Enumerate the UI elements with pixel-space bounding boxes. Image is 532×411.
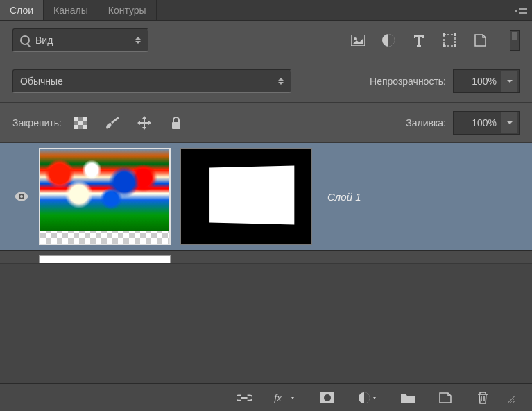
layer-effects-icon[interactable]: fx	[274, 390, 298, 405]
fill-label: Заливка:	[406, 117, 446, 128]
adjustment-layer-icon[interactable]	[357, 390, 378, 405]
layer-row[interactable]: Слой 1	[0, 143, 532, 251]
filter-icons	[350, 33, 488, 48]
opacity-value: 100%	[461, 76, 497, 87]
filter-adjustment-icon[interactable]	[381, 33, 396, 48]
layer-name[interactable]: Слой 1	[327, 191, 361, 203]
filter-shape-icon[interactable]	[442, 33, 457, 48]
add-mask-icon[interactable]	[320, 390, 335, 405]
svg-rect-6	[443, 44, 445, 47]
blend-mode-value: Обычные	[20, 76, 63, 87]
lock-position-icon[interactable]	[137, 115, 152, 131]
search-icon	[20, 35, 30, 45]
lock-transparency-icon[interactable]	[73, 115, 88, 131]
lock-paint-icon[interactable]	[105, 115, 120, 131]
svg-rect-13	[83, 125, 87, 129]
svg-rect-14	[172, 122, 180, 129]
tab-paths[interactable]: Контуры	[98, 0, 157, 20]
layer-thumbnail[interactable]	[39, 148, 171, 245]
bottom-toolbar: fx	[0, 383, 532, 411]
fill-field[interactable]: 100%	[453, 111, 520, 135]
blend-mode-dropdown[interactable]: Обычные	[12, 69, 291, 93]
svg-point-22	[324, 394, 331, 401]
layer-mask-thumbnail[interactable]	[180, 148, 312, 245]
resize-grip[interactable]	[506, 393, 515, 403]
svg-rect-3	[444, 35, 455, 46]
fill-value: 100%	[461, 117, 497, 128]
panel-tabs: Слои Каналы Контуры	[0, 0, 532, 21]
link-layers-icon[interactable]	[237, 390, 252, 405]
filter-row: Вид	[0, 21, 532, 60]
filter-pixel-icon[interactable]	[350, 33, 366, 48]
svg-point-16	[20, 195, 23, 198]
svg-rect-12	[74, 125, 78, 129]
tab-channels[interactable]: Каналы	[44, 0, 98, 20]
lock-row: Закрепить: Заливка: 100%	[0, 103, 532, 143]
filter-type-icon[interactable]	[411, 33, 427, 48]
svg-text:fx: fx	[274, 392, 282, 403]
filter-smartobject-icon[interactable]	[472, 33, 488, 48]
svg-rect-7	[454, 44, 456, 47]
svg-rect-9	[74, 117, 78, 121]
new-group-icon[interactable]	[400, 390, 415, 405]
lock-all-icon[interactable]	[169, 115, 184, 131]
delete-layer-icon[interactable]	[475, 390, 490, 405]
layer-row[interactable]: Фон	[0, 251, 532, 263]
new-layer-icon[interactable]	[438, 390, 453, 405]
svg-rect-4	[443, 33, 445, 36]
layers-panel: Слои Каналы Контуры Вид	[0, 0, 532, 411]
lock-label: Закрепить:	[12, 117, 62, 128]
filter-kind-dropdown[interactable]: Вид	[12, 28, 148, 52]
panel-menu-button[interactable]	[511, 0, 532, 20]
tab-layers[interactable]: Слои	[0, 0, 44, 20]
visibility-toggle[interactable]	[4, 192, 39, 201]
opacity-label: Непрозрачность:	[370, 76, 446, 87]
opacity-field[interactable]: 100%	[453, 69, 520, 93]
filter-kind-label: Вид	[35, 35, 53, 46]
blend-row: Обычные Непрозрачность: 100%	[0, 60, 532, 103]
svg-rect-5	[454, 33, 456, 36]
layer-thumbnail[interactable]	[39, 255, 171, 263]
svg-rect-10	[83, 117, 87, 121]
layers-list: Слой 1 Фон	[0, 143, 532, 263]
svg-rect-11	[78, 121, 83, 125]
filter-toggle[interactable]	[510, 30, 520, 51]
svg-point-1	[354, 37, 357, 40]
